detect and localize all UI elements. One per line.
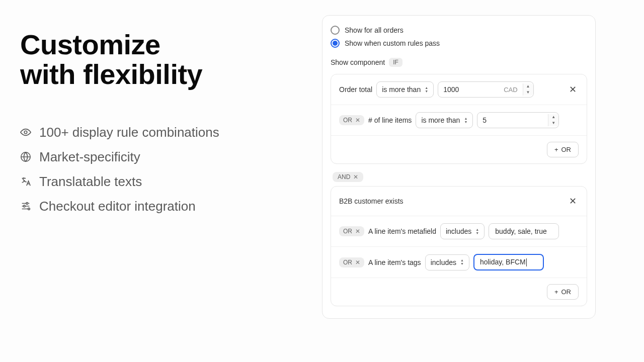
rule-field-label: A line item's metafield [368, 227, 436, 235]
radio-show-custom[interactable]: Show when custom rules pass [331, 37, 587, 50]
remove-and-icon[interactable]: ✕ [353, 173, 358, 180]
rule-row: Order total is more than ▲▼ 1000 CAD ▲ ▼… [331, 74, 587, 105]
if-badge: IF [389, 58, 403, 67]
rule-group: B2B customer exists ✕ OR ✕ A line item's… [331, 186, 587, 306]
rule-row: OR ✕ A line item's tags includes ▲▼ holi… [331, 247, 587, 278]
rules-panel: Show for all orders Show when custom rul… [322, 15, 596, 319]
rule-group: Order total is more than ▲▼ 1000 CAD ▲ ▼… [331, 74, 587, 164]
or-chip: OR ✕ [339, 226, 364, 236]
value-input[interactable]: holiday, BFCM [473, 254, 544, 270]
remove-rule-button[interactable]: ✕ [567, 194, 579, 209]
remove-or-icon[interactable]: ✕ [355, 259, 360, 266]
currency-suffix: CAD [499, 82, 522, 97]
show-component-label: Show component IF [331, 58, 587, 67]
stepper-up-icon[interactable]: ▲ [523, 83, 533, 89]
add-or-button[interactable]: + OR [547, 142, 579, 157]
eye-icon [20, 127, 31, 138]
svg-point-4 [28, 208, 30, 210]
feature-item: Market-specificity [20, 149, 302, 165]
sliders-icon [20, 201, 31, 212]
operator-select[interactable]: includes ▲▼ [425, 254, 469, 270]
operator-select[interactable]: is more than ▲▼ [376, 81, 434, 98]
rule-field-label: Order total [339, 85, 372, 94]
value-input[interactable]: 5 ▲ ▼ [477, 112, 559, 128]
stepper-down-icon[interactable]: ▼ [523, 89, 533, 96]
remove-rule-button[interactable]: ✕ [567, 82, 579, 97]
plus-icon: + [554, 146, 558, 153]
value-input[interactable]: 1000 CAD ▲ ▼ [438, 81, 533, 98]
or-chip: OR ✕ [339, 115, 364, 125]
value-input[interactable]: buddy, sale, true [489, 223, 559, 239]
radio-icon [331, 26, 340, 35]
operator-select[interactable]: is more than ▲▼ [416, 112, 473, 128]
page-heading: Customize with flexibility [20, 30, 302, 89]
stepper-down-icon[interactable]: ▼ [548, 120, 558, 126]
chevron-updown-icon: ▲▼ [425, 86, 428, 93]
remove-or-icon[interactable]: ✕ [355, 228, 360, 235]
rule-row: B2B customer exists ✕ [331, 187, 587, 216]
rule-row: OR ✕ A line item's metafield includes ▲▼… [331, 216, 587, 247]
add-or-button[interactable]: + OR [547, 284, 579, 300]
svg-point-3 [23, 205, 25, 207]
radio-icon [331, 39, 340, 48]
chevron-updown-icon: ▲▼ [475, 228, 479, 235]
or-chip: OR ✕ [339, 257, 364, 267]
feature-item: 100+ display rule combinations [20, 125, 302, 140]
radio-show-all[interactable]: Show for all orders [331, 24, 587, 37]
rule-field-label: B2B customer exists [339, 197, 404, 205]
feature-item: Translatable texts [20, 174, 302, 190]
rule-field-label: # of line items [368, 116, 412, 124]
rule-field-label: A line item's tags [368, 258, 421, 266]
chevron-updown-icon: ▲▼ [464, 117, 467, 124]
svg-point-2 [26, 203, 28, 205]
globe-icon [20, 151, 31, 162]
chevron-updown-icon: ▲▼ [460, 259, 464, 265]
stepper-up-icon[interactable]: ▲ [548, 114, 558, 120]
operator-select[interactable]: includes ▲▼ [440, 223, 485, 239]
rule-row: OR ✕ # of line items is more than ▲▼ 5 ▲… [331, 105, 587, 136]
feature-item: Checkout editor integration [20, 199, 302, 214]
remove-or-icon[interactable]: ✕ [355, 117, 360, 124]
translate-icon [20, 176, 31, 187]
svg-point-0 [24, 131, 27, 134]
and-chip: AND ✕ [333, 172, 363, 182]
plus-icon: + [554, 288, 558, 296]
